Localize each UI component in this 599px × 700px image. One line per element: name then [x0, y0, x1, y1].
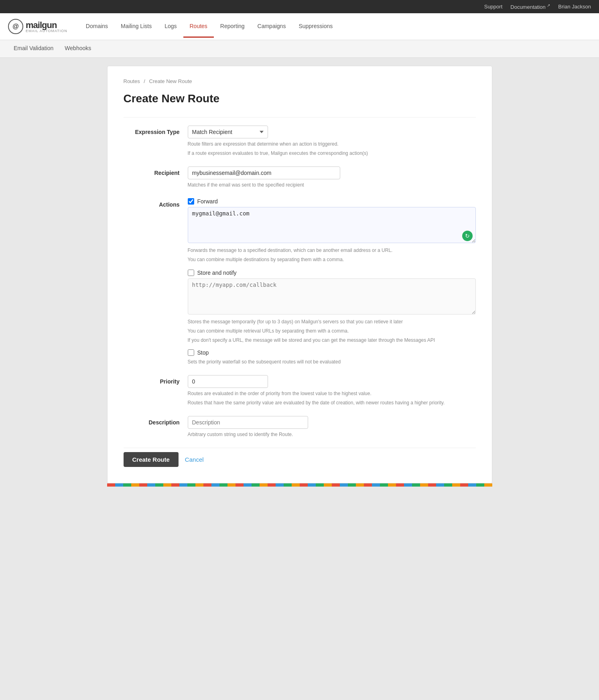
store-notify-checkbox-wrap: Store and notify [188, 270, 476, 276]
nav-item-routes[interactable]: Routes [183, 16, 214, 38]
nav-item-campaigns[interactable]: Campaigns [251, 16, 292, 38]
forward-label: Forward [197, 198, 218, 205]
cancel-link[interactable]: Cancel [185, 452, 204, 467]
recipient-row: Recipient Matches if the email was sent … [124, 166, 476, 189]
breadcrumb: Routes / Create New Route [124, 78, 476, 84]
main-nav: @ mailgun Email Automation Domains Maili… [0, 13, 599, 40]
expression-type-help2: If a route expression evaluates to true,… [188, 150, 476, 157]
description-input[interactable] [188, 416, 308, 429]
store-notify-checkbox[interactable] [188, 270, 194, 276]
actions-label: Actions [124, 198, 188, 208]
forward-checkbox-wrap: Forward [188, 198, 476, 205]
priority-help2: Routes that have the same priority value… [188, 399, 476, 406]
priority-content: Routes are evaluated in the order of pri… [188, 375, 476, 406]
page-wrapper: Routes / Create New Route Create New Rou… [99, 58, 500, 495]
nav-item-suppressions[interactable]: Suppressions [292, 16, 339, 38]
nav-item-domains[interactable]: Domains [79, 16, 114, 38]
description-help: Arbitrary custom string used to identify… [188, 431, 476, 438]
description-content: Arbitrary custom string used to identify… [188, 416, 476, 438]
actions-row: Actions Forward mygmail@gmail.com ↻ Forw… [124, 198, 476, 365]
store-notify-help1: Stores the message temporarily (for up t… [188, 318, 476, 325]
nav-item-email-validation[interactable]: Email Validation [8, 40, 59, 57]
stop-section: Stop Sets the priority waterfall so the … [188, 349, 476, 365]
expression-type-row: Expression Type Match Recipient Match He… [124, 126, 476, 157]
nav-item-mailing-lists[interactable]: Mailing Lists [114, 16, 158, 38]
logo-sub: Email Automation [26, 29, 67, 33]
store-notify-label: Store and notify [197, 270, 237, 276]
forward-textarea[interactable]: mygmail@gmail.com [188, 207, 476, 243]
description-label: Description [124, 416, 188, 426]
breadcrumb-parent[interactable]: Routes [124, 78, 140, 84]
priority-help1: Routes are evaluated in the order of pri… [188, 390, 476, 397]
support-link[interactable]: Support [484, 4, 503, 10]
forward-help2: You can combine multiple destinations by… [188, 256, 476, 263]
logo-icon: @ [8, 19, 23, 34]
stop-help: Sets the priority waterfall so the subse… [188, 358, 476, 365]
recipient-content: Matches if the email was sent to the spe… [188, 166, 476, 189]
store-notify-help3: If you don't specify a URL, the message … [188, 337, 476, 344]
priority-input[interactable] [188, 375, 268, 388]
stop-checkbox-wrap: Stop [188, 349, 476, 356]
recipient-help: Matches if the email was sent to the spe… [188, 181, 476, 189]
stop-checkbox[interactable] [188, 349, 194, 356]
refresh-icon[interactable]: ↻ [462, 231, 473, 241]
expression-type-label: Expression Type [124, 126, 188, 135]
external-link-icon: ↗ [547, 3, 550, 8]
priority-label: Priority [124, 375, 188, 385]
expression-type-select[interactable]: Match Recipient Match Header Catch All [188, 126, 268, 138]
top-bar: Support Documentation ↗ Brian Jackson [0, 0, 599, 13]
nav-item-logs[interactable]: Logs [158, 16, 183, 38]
decorative-footer [107, 483, 492, 487]
form-section: Expression Type Match Recipient Match He… [124, 117, 476, 438]
description-row: Description Arbitrary custom string used… [124, 416, 476, 438]
expression-type-content: Match Recipient Match Header Catch All R… [188, 126, 476, 157]
main-card: Routes / Create New Route Create New Rou… [107, 66, 492, 483]
forward-textarea-wrap: mygmail@gmail.com ↻ [188, 207, 476, 244]
create-route-button[interactable]: Create Route [124, 452, 179, 467]
secondary-nav: Email Validation Webhooks [0, 40, 599, 58]
priority-row: Priority Routes are evaluated in the ord… [124, 375, 476, 406]
expression-type-help1: Route filters are expression that determ… [188, 140, 476, 148]
recipient-input[interactable] [188, 166, 340, 179]
nav-item-webhooks[interactable]: Webhooks [59, 40, 97, 57]
store-notify-help2: You can combine multiple retrieval URLs … [188, 327, 476, 335]
nav-item-reporting[interactable]: Reporting [214, 16, 251, 38]
actions-content: Forward mygmail@gmail.com ↻ Forwards the… [188, 198, 476, 365]
documentation-link[interactable]: Documentation ↗ [510, 3, 550, 10]
store-notify-textarea-wrap [188, 278, 476, 316]
forward-help1: Forwards the message to a specified dest… [188, 247, 476, 254]
breadcrumb-sep: / [144, 78, 145, 84]
page-title: Create New Route [124, 92, 476, 105]
user-menu[interactable]: Brian Jackson [558, 4, 591, 10]
action-buttons: Create Route Cancel [124, 448, 476, 467]
forward-checkbox[interactable] [188, 198, 194, 205]
recipient-label: Recipient [124, 166, 188, 176]
logo: @ mailgun Email Automation [8, 13, 67, 40]
stop-label: Stop [197, 349, 209, 356]
nav-items: Domains Mailing Lists Logs Routes Report… [79, 16, 339, 38]
breadcrumb-current: Create New Route [149, 78, 192, 84]
store-notify-textarea[interactable] [188, 278, 476, 314]
